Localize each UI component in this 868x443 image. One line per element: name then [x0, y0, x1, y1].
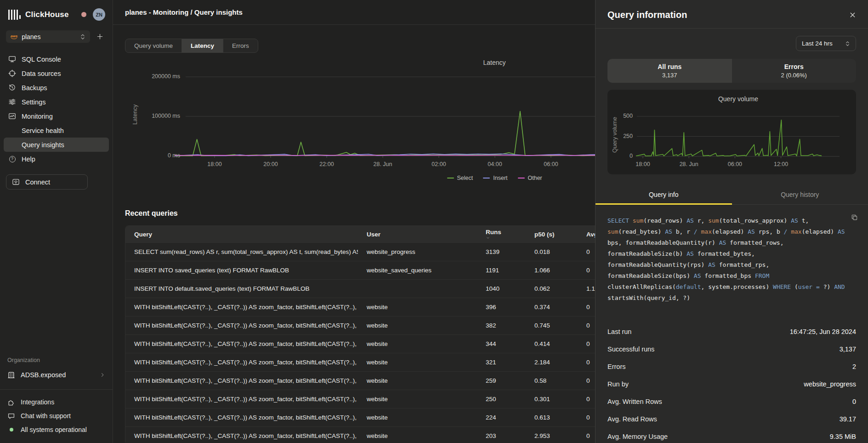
puzzle-icon [7, 398, 15, 406]
footer-item-integrations[interactable]: Integrations [0, 395, 113, 409]
panel-tab-query-info[interactable]: Query info [596, 186, 732, 204]
y-tick-label: 500 [623, 113, 633, 119]
page-title: planes - Monitoring / Query insights [125, 8, 243, 16]
stat-row-errors: Errors2 [607, 358, 856, 375]
service-selector[interactable]: aws planes [6, 30, 90, 43]
x-tick-label: 28. Jun [369, 161, 397, 167]
cell-p50: 1.066 [526, 267, 578, 274]
cell-runs: 382 [477, 322, 526, 329]
stat-label: Avg. Memory Usage [607, 433, 668, 440]
organization-item[interactable]: ADSB.exposed [0, 368, 113, 382]
legend-item-select[interactable]: Select [447, 175, 473, 181]
stat-label: Avg. Written Rows [607, 398, 662, 405]
stat-value: 9.35 MiB [830, 433, 856, 440]
cell-query: INSERT INTO saved_queries (text) FORMAT … [125, 267, 358, 274]
sidebar-item-data-sources[interactable]: Data sources [4, 66, 109, 81]
stat-label: Avg. Read Rows [607, 415, 657, 423]
x-tick-label: 18:00 [629, 161, 657, 167]
stat-value: 3,137 [840, 345, 856, 353]
data-sources-icon [8, 69, 16, 77]
segment-all-runs[interactable]: All runs3,137 [607, 59, 732, 83]
notification-dot-icon[interactable] [81, 12, 86, 17]
cell-runs: 224 [477, 414, 526, 421]
cell-runs: 3139 [477, 248, 526, 255]
brand-row: ClickHouse ZN [0, 0, 113, 21]
sidebar-item-help[interactable]: ?Help [4, 152, 109, 166]
connect-button[interactable]: Connect [6, 174, 88, 190]
sidebar-item-settings[interactable]: Settings [4, 95, 109, 109]
chat-icon [7, 412, 15, 420]
footer-item-label: Chat with support [21, 412, 71, 420]
sidebar-item-sql-console[interactable]: SQL Console [4, 52, 109, 66]
close-icon[interactable] [849, 12, 856, 18]
sidebar-item-label: Backups [22, 84, 47, 92]
chart-y-axis-label: Latency [132, 92, 138, 137]
stat-row-run-by: Run bywebsite_progress [607, 375, 856, 393]
stat-row-avg-memory-usage: Avg. Memory Usage9.35 MiB [607, 428, 856, 443]
tab-query-volume[interactable]: Query volume [125, 39, 182, 52]
stat-row-avg-read-rows: Avg. Read Rows39.17 [607, 410, 856, 428]
sidebar-item-label: Query insights [22, 141, 64, 149]
chart-y-axis-label: Query volume [612, 113, 618, 157]
column-header-user[interactable]: User [358, 231, 477, 238]
add-service-button[interactable] [96, 33, 103, 40]
sidebar-item-backups[interactable]: Backups [4, 81, 109, 95]
column-header-query[interactable]: Query [125, 231, 358, 238]
settings-icon [8, 98, 16, 106]
time-range-select[interactable]: Last 24 hrs [796, 36, 856, 51]
panel-tabs: Query infoQuery history [596, 186, 868, 205]
footer-item-chat-with-support[interactable]: Chat with support [0, 409, 113, 423]
query-stats-list: Last run16:47:25, Jun 28 2024Successful … [596, 323, 868, 443]
cell-p50: 0.58 [526, 377, 578, 384]
cell-query: WITH bitShiftLeft(CAST(?..), _CAST(?..))… [125, 304, 358, 311]
column-header-runs[interactable]: Runs [477, 228, 526, 240]
panel-tab-query-history[interactable]: Query history [732, 186, 868, 204]
stat-value: website_progress [804, 380, 856, 388]
column-header-p50[interactable]: p50 (s) [526, 231, 578, 238]
recent-queries-title: Recent queries [125, 209, 178, 218]
chart-legend: SelectInsertOther [447, 175, 542, 181]
user-avatar[interactable]: ZN [93, 8, 105, 21]
sidebar-item-monitoring[interactable]: Monitoring [4, 109, 109, 123]
tab-errors[interactable]: Errors [223, 39, 258, 52]
cell-runs: 259 [477, 377, 526, 384]
sidebar-item-label: Help [22, 155, 35, 163]
footer-item-all-systems-operational[interactable]: All systems operational [0, 423, 113, 437]
copy-icon[interactable] [851, 214, 858, 221]
chevron-updown-icon [845, 40, 850, 47]
stat-value: 0 [852, 398, 856, 405]
segment-label: All runs [658, 63, 681, 70]
sidebar-item-service-health[interactable]: Service health [4, 123, 109, 138]
x-tick-label: 04:00 [481, 161, 509, 167]
stat-value: 39.17 [840, 415, 856, 423]
cell-p50: 2.953 [526, 432, 578, 439]
legend-label: Select [457, 175, 473, 181]
time-range-value: Last 24 hrs [802, 40, 833, 47]
footer-item-label: All systems operational [21, 426, 87, 433]
monitoring-icon [8, 112, 16, 120]
sidebar-item-query-insights[interactable]: Query insights [4, 138, 109, 152]
cell-query: WITH bitShiftLeft(CAST(?..), _CAST(?..))… [125, 432, 358, 439]
cell-query: WITH bitShiftLeft(CAST(?..), _CAST(?..))… [125, 359, 358, 366]
cell-p50: 0.018 [526, 248, 578, 255]
x-tick-label: 28. Jun [675, 161, 703, 167]
legend-item-insert[interactable]: Insert [483, 175, 507, 181]
sidebar: ClickHouse ZN aws planes SQL ConsoleData… [0, 0, 113, 443]
stat-row-last-run: Last run16:47:25, Jun 28 2024 [607, 323, 856, 340]
organization-section-label: Organization [0, 357, 113, 363]
segment-errors[interactable]: Errors2 (0.06%) [732, 59, 857, 83]
stat-value: 2 [852, 363, 856, 370]
tab-latency[interactable]: Latency [182, 39, 223, 52]
sort-caret-icon [486, 236, 526, 240]
segment-value: 3,137 [662, 72, 677, 79]
organization-name: ADSB.exposed [21, 371, 66, 379]
backups-icon [8, 84, 16, 92]
aws-icon: aws [11, 35, 17, 39]
cell-p50: 0.745 [526, 322, 578, 329]
y-tick-label: 0 [630, 153, 633, 159]
cell-query: WITH bitShiftLeft(CAST(?..), _CAST(?..))… [125, 377, 358, 384]
legend-item-other[interactable]: Other [518, 175, 542, 181]
x-tick-label: 02:00 [425, 161, 453, 167]
sidebar-item-label: Monitoring [22, 113, 53, 120]
cell-user: website [358, 377, 477, 384]
